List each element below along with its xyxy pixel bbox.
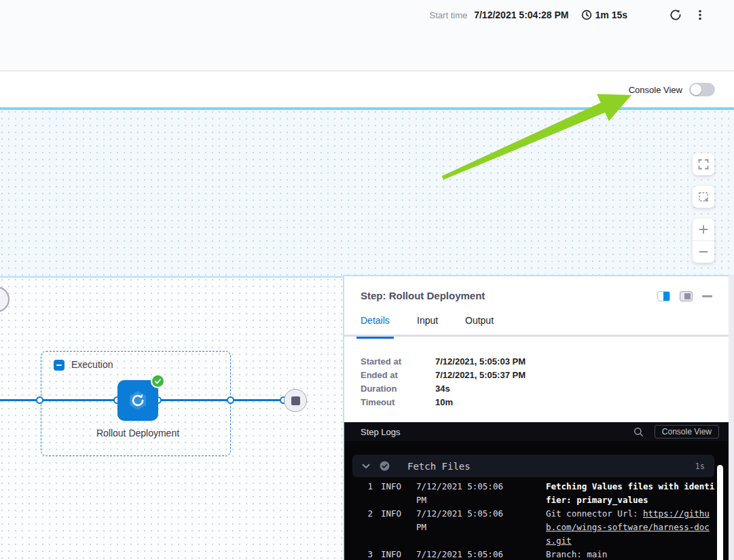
detail-value: 7/12/2021, 5:05:03 PM bbox=[435, 356, 526, 367]
minimize-panel-button[interactable] bbox=[702, 295, 712, 297]
clock-icon bbox=[581, 10, 592, 20]
stage-graph-canvas[interactable] bbox=[0, 110, 734, 276]
fullscreen-button[interactable] bbox=[693, 153, 714, 175]
fit-to-selection-button[interactable] bbox=[693, 186, 714, 208]
step-panel-tabs: Details Input Output bbox=[344, 315, 734, 337]
offscreen-node bbox=[0, 286, 10, 312]
console-view-toggle[interactable] bbox=[689, 83, 715, 96]
log-message: Git connector Url: https://github.com/wi… bbox=[546, 507, 715, 548]
log-lines: 1 INFO 7/12/2021 5:05:06 PM Fetching Val… bbox=[344, 480, 730, 560]
log-message: Fetching Values files with identifier: p… bbox=[546, 480, 715, 507]
log-line-number: 3 bbox=[363, 548, 373, 560]
log-group-duration: 1s bbox=[695, 462, 705, 471]
detail-value: 7/12/2021, 5:05:37 PM bbox=[435, 370, 526, 380]
chevron-down-icon[interactable] bbox=[362, 464, 370, 469]
kebab-menu-icon[interactable] bbox=[691, 6, 709, 24]
check-circle-icon bbox=[380, 461, 390, 471]
step-details-panel: Step: Rollout Deployment Details Input O… bbox=[343, 275, 734, 560]
step-logs-section: Step Logs Console View Fetch Files 1s bbox=[344, 422, 730, 560]
tab-input[interactable]: Input bbox=[417, 315, 438, 337]
minus-icon bbox=[56, 365, 62, 366]
log-line: 1 INFO 7/12/2021 5:05:06 PM Fetching Val… bbox=[344, 480, 730, 507]
detail-label: Duration bbox=[361, 384, 435, 394]
step-details-grid: Started at 7/12/2021, 5:05:03 PM Ended a… bbox=[361, 354, 526, 409]
step-logs-title: Step Logs bbox=[361, 427, 401, 437]
console-view-toggle-group: Console View bbox=[629, 72, 715, 107]
start-time-label: Start time bbox=[430, 10, 468, 20]
rollout-deployment-node[interactable] bbox=[117, 380, 158, 421]
elapsed-duration: 1m 15s bbox=[581, 10, 627, 20]
panel-view-icon[interactable] bbox=[680, 291, 693, 301]
search-icon[interactable] bbox=[634, 427, 644, 437]
log-group-fetch-files[interactable]: Fetch Files 1s bbox=[352, 455, 714, 477]
log-level: INFO bbox=[381, 480, 411, 507]
step-logs-header: Step Logs Console View bbox=[344, 422, 730, 441]
toggle-knob bbox=[691, 84, 701, 95]
log-message: Branch: main bbox=[546, 548, 715, 560]
start-time-value: 7/12/2021 5:04:28 PM bbox=[474, 10, 568, 20]
log-line-number: 2 bbox=[363, 507, 373, 548]
zoom-controls bbox=[693, 219, 714, 263]
port-group-out bbox=[227, 396, 234, 404]
tab-output[interactable]: Output bbox=[465, 315, 494, 337]
logs-actions: Console View bbox=[634, 425, 719, 438]
log-group-name: Fetch Files bbox=[407, 461, 471, 472]
panel-actions bbox=[657, 291, 712, 301]
log-level: INFO bbox=[381, 507, 411, 548]
log-message-prefix: Git connector Url: bbox=[546, 508, 643, 519]
execution-graph-canvas[interactable]: Execution Rollout Deployment bbox=[0, 276, 343, 560]
elapsed-text: 1m 15s bbox=[595, 10, 627, 20]
zoom-out-button[interactable] bbox=[693, 240, 714, 263]
success-check-badge bbox=[152, 375, 164, 387]
detail-label: Timeout bbox=[361, 397, 435, 407]
logs-body[interactable]: Fetch Files 1s 1 INFO 7/12/2021 5:05:06 … bbox=[344, 441, 730, 560]
detail-label: Ended at bbox=[361, 370, 435, 380]
console-view-label: Console View bbox=[629, 85, 682, 95]
log-timestamp: 7/12/2021 5:05:06 PM bbox=[416, 548, 518, 560]
pipeline-end-node[interactable] bbox=[284, 389, 307, 412]
log-timestamp: 7/12/2021 5:05:06 PM bbox=[416, 480, 518, 507]
tab-details[interactable]: Details bbox=[361, 315, 390, 337]
stop-icon bbox=[291, 396, 300, 405]
hexagon-backdrop bbox=[130, 391, 146, 410]
detail-label: Started at bbox=[361, 356, 435, 367]
panel-view-fill bbox=[684, 293, 691, 299]
log-timestamp: 7/12/2021 5:05:06 PM bbox=[416, 507, 518, 548]
step-panel-title: Step: Rollout Deployment bbox=[361, 290, 485, 301]
panel-scrollbar-track[interactable] bbox=[729, 275, 734, 560]
zoom-in-button[interactable] bbox=[693, 219, 714, 240]
log-scrollbar-thumb[interactable] bbox=[717, 465, 723, 560]
split-view-icon[interactable] bbox=[657, 291, 670, 301]
detail-row: Ended at 7/12/2021, 5:05:37 PM bbox=[361, 368, 526, 381]
detail-value: 10m bbox=[435, 397, 453, 407]
logs-console-view-button[interactable]: Console View bbox=[655, 425, 719, 438]
log-line-number: 1 bbox=[363, 480, 373, 507]
group-label: Execution bbox=[71, 359, 113, 370]
detail-row: Duration 34s bbox=[361, 381, 526, 395]
detail-row: Started at 7/12/2021, 5:05:03 PM bbox=[361, 354, 526, 368]
detail-row: Timeout 10m bbox=[361, 395, 526, 409]
node-label: Rollout Deployment bbox=[70, 426, 206, 441]
log-level: INFO bbox=[381, 548, 411, 560]
collapse-group-button[interactable] bbox=[54, 360, 65, 371]
execution-time-row: Start time 7/12/2021 5:04:28 PM 1m 15s bbox=[430, 6, 709, 24]
top-header: Start time 7/12/2021 5:04:28 PM 1m 15s bbox=[0, 0, 734, 71]
port-group-in bbox=[36, 396, 43, 404]
split-view-fill bbox=[663, 292, 669, 301]
refresh-button[interactable] bbox=[667, 6, 684, 24]
detail-value: 34s bbox=[435, 384, 450, 394]
view-toolbar: Console View bbox=[0, 72, 734, 107]
log-line: 2 INFO 7/12/2021 5:05:06 PM Git connecto… bbox=[344, 507, 730, 548]
log-line: 3 INFO 7/12/2021 5:05:06 PM Branch: main bbox=[344, 548, 730, 560]
